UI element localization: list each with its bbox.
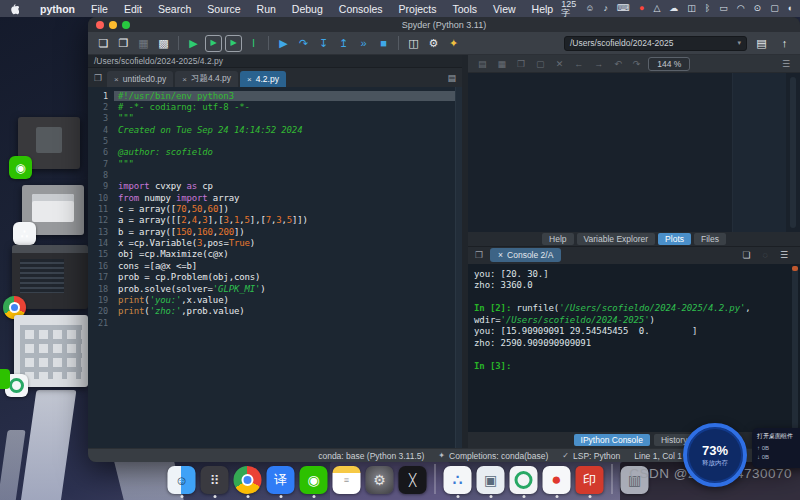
menu-item-source[interactable]: Source (199, 3, 248, 15)
run-selection-button[interactable]: I (245, 35, 262, 52)
previous-plot-button[interactable]: ← (574, 59, 583, 69)
pane-tab-help[interactable]: Help (542, 233, 573, 245)
wifi-icon[interactable]: ◠ (737, 4, 745, 13)
completions-status[interactable]: ✦ Completions: conda(base) (438, 451, 548, 461)
step-over-button[interactable]: ↷ (295, 35, 312, 52)
stop-debug-button[interactable]: ■ (375, 35, 392, 52)
editor-tab-习题4.4.py[interactable]: ×习题4.4.py (175, 71, 238, 87)
emoji-picker-icon[interactable]: ☺ (585, 4, 594, 13)
memory-cleaner-widget[interactable]: 73% 释放内存 (683, 423, 747, 487)
maximize-pane-button[interactable]: ◫ (405, 35, 422, 52)
seal-app-dock-icon[interactable]: 印 (576, 466, 604, 498)
save-all-plots-button[interactable]: ▦ (498, 59, 507, 69)
run-file-button[interactable]: ▶ (185, 35, 202, 52)
browse-directory-button[interactable]: ▤ (753, 35, 770, 52)
split-editor-icon[interactable]: ▤ (444, 73, 459, 83)
word-count-indicator[interactable]: 125字 (561, 0, 576, 18)
window-layout-icon[interactable]: ◫ (687, 4, 696, 13)
new-file-button[interactable]: ❏ (95, 35, 112, 52)
save-plot-button[interactable]: ▤ (478, 59, 487, 69)
finder-dock-icon[interactable]: ☺ (168, 466, 196, 498)
desktop-widget-card[interactable]: 打开桌面组件 ↑ 0B ↓ 0B + (752, 428, 800, 468)
menu-item-consoles[interactable]: Consoles (331, 3, 391, 15)
screen-record-icon[interactable]: ● (639, 4, 644, 13)
menu-item-python[interactable]: python (32, 3, 83, 15)
console-scrollbar[interactable] (792, 266, 798, 431)
menu-item-help[interactable]: Help (524, 3, 562, 15)
new-console-button[interactable]: ❏ (742, 250, 750, 260)
close-icon[interactable]: × (247, 75, 252, 84)
conda-env-status[interactable]: conda: base (Python 3.11.5) (318, 451, 424, 461)
minimized-window-dialog[interactable]: ∴ (22, 185, 84, 235)
display-icon[interactable]: ▢ (770, 4, 779, 13)
settings-dock-icon[interactable]: ⚙ (366, 466, 394, 498)
bottom-tab-ipython-console[interactable]: IPython Console (574, 434, 650, 446)
zoom-in-button[interactable]: ↷ (633, 59, 641, 69)
working-directory-input[interactable]: /Users/scofieldo/2024-2025 ▾ (564, 36, 747, 51)
green-ring-app-dock-icon[interactable] (510, 466, 538, 498)
interrupt-kernel-button[interactable]: ◌ (763, 250, 768, 260)
chrome-dock-icon[interactable] (234, 466, 262, 498)
editor-tab-4.2.py[interactable]: ×4.2.py (240, 71, 286, 87)
keychain-dock-icon[interactable]: ╳ (399, 466, 427, 498)
console-tab[interactable]: × Console 2/A (490, 248, 561, 262)
control-center-icon[interactable]: ◐ (788, 4, 793, 13)
pane-tab-variable-explorer[interactable]: Variable Explorer (577, 233, 656, 245)
console-options-menu[interactable]: ☰ (780, 250, 788, 260)
run-cell-button[interactable]: ▶ (205, 35, 222, 52)
close-icon[interactable]: × (498, 250, 503, 260)
bluetooth-icon[interactable]: ᛒ (705, 4, 710, 13)
step-out-button[interactable]: ↥ (335, 35, 352, 52)
keyboard-icon[interactable]: ⌨ (617, 4, 630, 13)
red-apple-app-dock-icon[interactable]: ● (543, 466, 571, 498)
zoom-out-button[interactable]: ↶ (614, 59, 622, 69)
menu-item-debug[interactable]: Debug (284, 3, 331, 15)
notes-dock-icon[interactable]: ≡ (333, 466, 361, 498)
editor-tab-untitled0.py[interactable]: ×untitled0.py (107, 71, 173, 87)
pane-tab-files[interactable]: Files (694, 233, 726, 245)
parent-directory-button[interactable]: ↑ (776, 35, 793, 52)
menu-item-view[interactable]: View (485, 3, 524, 15)
minimized-window-dark-app[interactable]: ◉ (18, 117, 80, 169)
menu-item-run[interactable]: Run (249, 3, 284, 15)
window-titlebar[interactable]: Spyder (Python 3.11) (88, 17, 800, 32)
circles-app-dock-icon[interactable]: ∴ (444, 466, 472, 498)
copy-plot-button[interactable]: ❐ (517, 59, 525, 69)
menu-item-search[interactable]: Search (150, 3, 199, 15)
remove-all-plots-button[interactable]: ✕ (556, 59, 564, 69)
cloud-icon[interactable]: ☁ (669, 4, 678, 13)
menu-item-file[interactable]: File (83, 3, 116, 15)
code-editor[interactable]: 1#!/usr/bin/env python32# -*- codiarng: … (88, 87, 462, 448)
pythonpath-button[interactable]: ✦ (445, 35, 462, 52)
editor-scrollbar[interactable] (455, 87, 462, 448)
browse-console-tabs-icon[interactable]: ❐ (472, 250, 486, 260)
chevron-down-icon[interactable]: ▾ (737, 39, 741, 47)
step-into-button[interactable]: ↧ (315, 35, 332, 52)
browse-tabs-icon[interactable]: ❐ (91, 73, 105, 83)
lsp-status[interactable]: ✓ LSP: Python (562, 451, 620, 461)
plots-scrollbar[interactable] (790, 77, 796, 228)
preferences-wrench-button[interactable]: ⚙ (425, 35, 442, 52)
save-all-button[interactable]: ▩ (155, 35, 172, 52)
pane-tab-plots[interactable]: Plots (658, 233, 691, 245)
mic-icon[interactable]: ♪ (603, 4, 608, 13)
wechat-dock-icon[interactable]: ◉ (300, 466, 328, 498)
launchpad-dock-icon[interactable]: ⠿ (201, 466, 229, 498)
spotlight-icon[interactable]: ⊙ (754, 4, 762, 13)
close-icon[interactable]: × (182, 75, 187, 84)
preview-app-dock-icon[interactable]: ▣ (477, 466, 505, 498)
run-cell-advance-button[interactable]: ▶ (225, 35, 242, 52)
continue-button[interactable]: » (355, 35, 372, 52)
minimized-window-file-manager[interactable] (14, 315, 88, 387)
menu-item-edit[interactable]: Edit (116, 3, 150, 15)
plots-zoom-level[interactable]: 144 % (648, 57, 690, 71)
next-plot-button[interactable]: → (594, 59, 603, 69)
ipython-console-output[interactable]: you: [20. 30.]zho: 3360.0 In [2]: runfil… (468, 264, 800, 433)
remove-plot-button[interactable]: ▢ (536, 59, 545, 69)
menu-item-projects[interactable]: Projects (391, 3, 445, 15)
save-button[interactable]: ▦ (135, 35, 152, 52)
close-icon[interactable]: × (114, 75, 119, 84)
translate-dock-icon[interactable]: 译 (267, 466, 295, 498)
debug-file-button[interactable]: ▶ (275, 35, 292, 52)
battery-icon[interactable]: ▭ (719, 4, 728, 13)
